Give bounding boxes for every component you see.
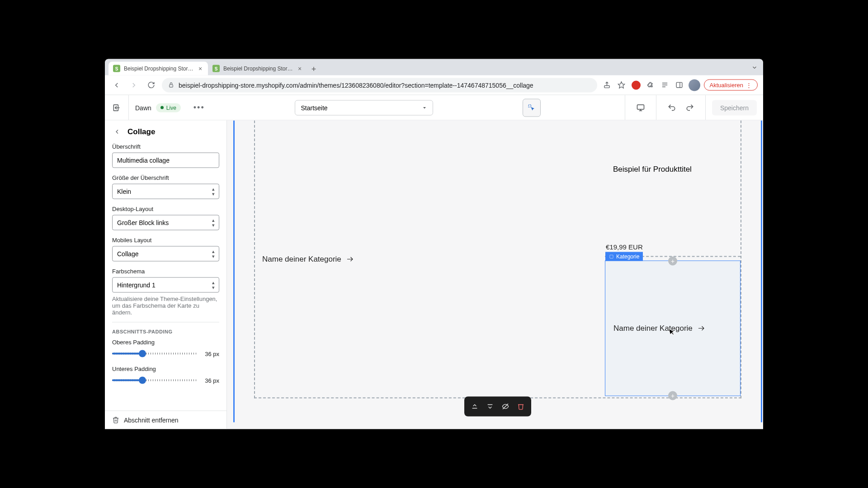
address-bar: beispiel-dropshipping-store.myshopify.co… [105,75,763,95]
add-block-after-button[interactable]: + [668,391,677,400]
profile-avatar[interactable] [689,79,700,91]
redo-button[interactable] [681,99,699,117]
svg-rect-0 [170,84,173,87]
forward-button[interactable] [127,79,140,91]
add-block-before-button[interactable]: + [668,257,677,266]
desktop-view-button[interactable] [632,99,650,117]
remove-section-label: Abschnitt entfernen [124,417,179,424]
reading-list-icon[interactable] [660,80,670,90]
svg-marker-10 [423,107,426,109]
collage-product-block[interactable]: Beispiel für Produkttitel €19,99 EUR [605,121,741,257]
reload-button[interactable] [145,79,157,91]
back-button[interactable] [110,79,123,91]
exit-editor-button[interactable] [111,102,122,113]
bottom-padding-value: 36 px [201,377,219,384]
settings-sidebar: Collage Überschrift Größe der Überschrif… [105,121,227,429]
section-title: Collage [127,127,155,136]
bookmark-star-icon[interactable] [616,80,627,90]
share-icon[interactable] [602,80,613,90]
svg-marker-2 [618,82,624,88]
url-field[interactable]: beispiel-dropshipping-store.myshopify.co… [162,78,597,92]
heading-size-label: Größe der Überschrift [112,174,219,181]
theme-name: Dawn [135,104,151,111]
tag-icon [609,254,614,259]
bottom-padding-slider[interactable] [112,375,197,386]
move-up-button[interactable] [468,400,481,413]
heading-size-select[interactable]: Klein [112,184,219,199]
padding-group-label: ABSCHNITTS-PADDING [112,329,219,334]
arrow-right-icon [346,255,354,263]
desktop-layout-select[interactable]: Großer Block links [112,215,219,230]
status-dot-icon [160,106,164,109]
collage-large-block[interactable]: Name deiner Kategorie [255,121,530,398]
page-select[interactable]: Startseite [295,100,433,115]
trash-icon [112,417,119,424]
inspector-toggle-button[interactable] [523,99,541,117]
kebab-icon: ⋮ [746,82,752,89]
svg-rect-12 [637,104,644,109]
shopify-favicon-icon: S [113,65,120,72]
browser-tab[interactable]: S Beispiel Dropshipping Store · E × [208,62,307,75]
top-padding-slider[interactable] [112,348,197,359]
live-badge: Live [156,103,181,112]
color-scheme-help-text: Aktualisiere deine Theme-Einstellungen, … [112,296,219,316]
arrow-right-icon [697,324,705,333]
heading-label: Überschrift [112,143,219,150]
category-link-text: Name deiner Kategorie [262,254,341,263]
desktop-layout-label: Desktop-Layout [112,206,219,212]
url-text: beispiel-dropshipping-store.myshopify.co… [179,81,533,89]
bottom-padding-label: Unteres Padding [112,366,219,372]
new-tab-button[interactable]: + [307,63,320,75]
svg-rect-16 [610,255,613,258]
svg-rect-6 [676,82,682,87]
remove-section-button[interactable]: Abschnitt entfernen [105,411,226,429]
lock-icon [168,82,174,88]
back-button[interactable] [112,127,122,137]
close-icon[interactable]: × [297,66,303,72]
move-down-button[interactable] [483,400,497,413]
shopify-favicon-icon: S [212,65,220,72]
more-menu-button[interactable]: ••• [193,103,205,113]
tab-title: Beispiel Dropshipping Store · E [223,66,293,72]
extension-icon[interactable] [631,80,642,90]
page-selected-label: Startseite [301,104,327,111]
top-padding-value: 36 px [201,350,219,357]
color-scheme-select[interactable]: Hintergrund 1 [112,277,219,293]
divider [112,322,219,323]
category-link-text: Name deiner Kategorie [613,324,693,333]
color-scheme-label: Farbschema [112,268,219,275]
save-button[interactable]: Speichern [712,100,757,115]
update-pill-button[interactable]: Aktualisieren ⋮ [704,80,758,91]
visibility-toggle-button[interactable] [499,400,512,413]
close-icon[interactable]: × [197,66,203,72]
top-padding-label: Oberes Padding [112,339,219,346]
product-title: Beispiel für Produkttitel [613,165,732,174]
tab-title: Beispiel Dropshipping Store · D [124,66,193,72]
chevron-down-icon[interactable] [751,65,758,71]
browser-tab[interactable]: S Beispiel Dropshipping Store · D × [108,62,208,75]
block-action-toolbar [464,397,531,417]
extensions-puzzle-icon[interactable] [645,80,656,90]
caret-down-icon [422,105,427,110]
product-price: €19,99 EUR [606,243,643,251]
mobile-layout-select[interactable]: Collage [112,246,219,262]
block-type-tag: Kategorie [605,252,643,261]
heading-input[interactable] [112,153,219,168]
editor-toolbar: Dawn Live ••• Startseite [105,95,763,121]
mobile-layout-label: Mobiles Layout [112,237,219,244]
undo-button[interactable] [663,99,681,117]
update-label: Aktualisieren [710,82,743,89]
svg-rect-1 [604,85,609,88]
tab-strip: S Beispiel Dropshipping Store · D × S Be… [105,59,763,75]
side-panel-icon[interactable] [674,80,685,90]
delete-block-button[interactable] [514,400,528,413]
preview-canvas[interactable]: Name deiner Kategorie Beispiel für Produ… [227,121,763,429]
svg-rect-11 [528,104,531,107]
